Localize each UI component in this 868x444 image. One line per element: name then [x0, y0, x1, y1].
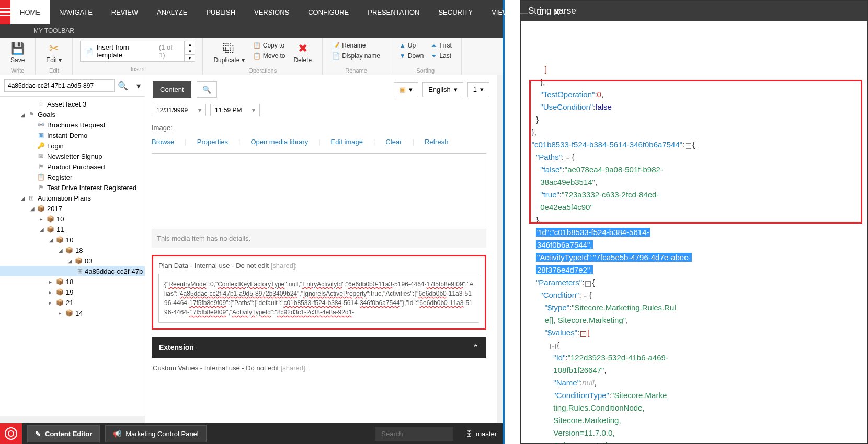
expand-icon[interactable]: ▸ — [49, 279, 55, 285]
date-input[interactable]: 12/31/9999▾ — [152, 104, 206, 116]
window-controls: — ☐ ✕ — [518, 0, 567, 24]
menu-publish[interactable]: PUBLISH — [197, 0, 245, 24]
expand-icon[interactable]: ▸ — [49, 289, 55, 295]
save-button[interactable]: 💾Save — [7, 41, 28, 65]
content-area: 🔍 ▾ ☆Asset facet 3 ◢⚑Goals 👓Brochures Re… — [0, 75, 503, 423]
folder-icon: 📦 — [74, 256, 83, 265]
expand-icon[interactable]: ▸ — [59, 310, 65, 316]
marketing-panel-tab[interactable]: 📢Marketing Control Panel — [105, 425, 206, 442]
tree-item-2017[interactable]: ◢📦2017 — [0, 203, 145, 214]
extension-section-header[interactable]: Extension⌃ — [152, 337, 486, 358]
tree-item-asset-facet[interactable]: ☆Asset facet 3 — [0, 99, 145, 109]
menu-navigate[interactable]: NAVIGATE — [50, 0, 102, 24]
json-tree-view[interactable]: ] }, "TestOperation":0, "UseCondition":f… — [521, 21, 867, 443]
last-icon: ⏷ — [431, 52, 437, 60]
search-icon[interactable]: 🔍 — [118, 81, 128, 91]
plan-data-label: Plan Data - Internal use - Do not edit [… — [158, 262, 479, 270]
tree-item-21[interactable]: ▸📦21 — [0, 297, 145, 308]
tree-item-18[interactable]: ◢📦18 — [0, 245, 145, 255]
tree-item-11[interactable]: ◢📦11 — [0, 224, 145, 235]
insert-from-template[interactable]: 📄Insert from template(1 of 1) — [80, 41, 185, 62]
sitecore-logo[interactable] — [0, 423, 22, 444]
tree-item-selected-plan[interactable]: ⊞4a85ddac-cc2f-47b — [0, 266, 145, 276]
rename-icon: 📝 — [332, 42, 340, 49]
time-input[interactable]: 11:59 PM▾ — [210, 104, 260, 116]
version-dropdown[interactable]: 1▾ — [467, 82, 489, 97]
browse-link[interactable]: Browse — [152, 138, 174, 146]
collapse-icon[interactable]: ◢ — [21, 112, 27, 118]
last-button[interactable]: ⏷Last — [429, 51, 453, 61]
chevron-down-icon: ▾ — [252, 107, 255, 114]
tree-item-login[interactable]: 🔑Login — [0, 141, 145, 151]
insert-spinner[interactable]: ▲▼▾ — [185, 41, 195, 62]
database-indicator[interactable]: 🗄master — [466, 430, 497, 438]
first-button[interactable]: ⏶First — [429, 41, 453, 50]
collapse-icon[interactable]: ◢ — [21, 195, 27, 201]
collapse-icon[interactable]: ◢ — [49, 237, 55, 243]
search-input[interactable] — [4, 79, 115, 92]
clear-link[interactable]: Clear — [385, 138, 402, 146]
menu-presentation[interactable]: PRESENTATION — [358, 0, 429, 24]
menu-review[interactable]: REVIEW — [102, 0, 147, 24]
folder-icon: 📦 — [55, 298, 64, 307]
tree-item-10b[interactable]: ◢📦10 — [0, 235, 145, 245]
search-dropdown-icon[interactable]: ▾ — [136, 81, 141, 91]
hamburger-menu[interactable] — [0, 0, 10, 24]
copy-to-button[interactable]: 📋Copy to — [251, 41, 288, 50]
folder-icon: 📦 — [55, 288, 64, 296]
menu-configure[interactable]: CONFIGURE — [299, 0, 358, 24]
collapse-icon[interactable]: ◢ — [30, 206, 37, 212]
tree-item-10[interactable]: ▸📦10 — [0, 214, 145, 224]
content-tab-button[interactable]: Content — [153, 81, 191, 98]
tree-item-test-drive[interactable]: ⚑Test Drive Interest Registered — [0, 182, 145, 193]
content-search-button[interactable]: 🔍 — [197, 81, 217, 98]
expand-icon[interactable]: ▸ — [40, 216, 46, 222]
expand-icon[interactable]: ▸ — [49, 300, 55, 306]
rename-button[interactable]: 📝Rename — [330, 41, 382, 50]
edit-button[interactable]: ✂Edit ▾ — [43, 41, 65, 65]
properties-link[interactable]: Properties — [197, 138, 228, 146]
language-dropdown[interactable]: English▾ — [422, 82, 463, 97]
tree-item-product-purchased[interactable]: ⚑Product Purchased — [0, 161, 145, 172]
content-scroll[interactable]: 12/31/9999▾ 11:59 PM▾ Image: Browse| Pro… — [145, 104, 497, 423]
down-button[interactable]: ▼Down — [397, 51, 426, 61]
tree-item-automation-plans[interactable]: ◢⊞Automation Plans — [0, 193, 145, 203]
tree-item-brochures[interactable]: 👓Brochures Request — [0, 120, 145, 130]
move-to-button[interactable]: 📋Move to — [251, 51, 288, 61]
menu-analyze[interactable]: ANALYZE — [147, 0, 197, 24]
close-icon[interactable]: ✕ — [553, 7, 560, 17]
delete-button[interactable]: ✖Delete — [290, 41, 315, 65]
menu-security[interactable]: SECURITY — [429, 0, 482, 24]
tree-item-14[interactable]: ▸📦14 — [0, 308, 145, 318]
tree-item-newsletter[interactable]: ✉Newsletter Signup — [0, 151, 145, 161]
tree-item-goals[interactable]: ◢⚑Goals — [0, 109, 145, 120]
delete-icon: ✖ — [298, 42, 307, 55]
edit-image-link[interactable]: Edit image — [331, 138, 363, 146]
collapse-icon[interactable]: ◢ — [68, 258, 74, 264]
menu-view[interactable]: VIEW — [482, 0, 518, 24]
display-name-button[interactable]: 📄Display name — [330, 51, 382, 61]
menu-home[interactable]: HOME — [10, 0, 50, 24]
tree-item-register[interactable]: 📋Register — [0, 172, 145, 182]
collapse-icon[interactable]: ◢ — [59, 248, 65, 253]
pencil-icon: ✎ — [35, 430, 41, 438]
open-media-link[interactable]: Open media library — [250, 138, 308, 146]
tree-item-instant-demo[interactable]: ▣Instant Demo — [0, 130, 145, 141]
bottom-search-input[interactable] — [375, 427, 453, 441]
refresh-link[interactable]: Refresh — [425, 138, 449, 146]
plan-data-textarea[interactable]: {"ReentryMode":0,"ContextKeyFactoryType"… — [158, 274, 479, 323]
tree-item-18b[interactable]: ▸📦18 — [0, 276, 145, 287]
up-button[interactable]: ▲Up — [397, 41, 426, 50]
content-editor-tab[interactable]: ✎Content Editor — [27, 425, 100, 442]
duplicate-button[interactable]: ⿻Duplicate ▾ — [210, 41, 247, 65]
vertical-scrollbar[interactable] — [497, 75, 503, 423]
minimize-icon[interactable]: — — [518, 7, 528, 18]
tree-item-19[interactable]: ▸📦19 — [0, 287, 145, 297]
maximize-icon[interactable]: ☐ — [537, 8, 544, 16]
my-toolbar[interactable]: MY TOOLBAR — [0, 24, 503, 38]
bucket-dropdown[interactable]: ▣▾ — [394, 82, 418, 97]
tree-horizontal-scrollbar[interactable] — [0, 416, 145, 423]
tree-item-03[interactable]: ◢📦03 — [0, 255, 145, 266]
collapse-icon[interactable]: ◢ — [40, 227, 46, 232]
menu-versions[interactable]: VERSIONS — [245, 0, 299, 24]
